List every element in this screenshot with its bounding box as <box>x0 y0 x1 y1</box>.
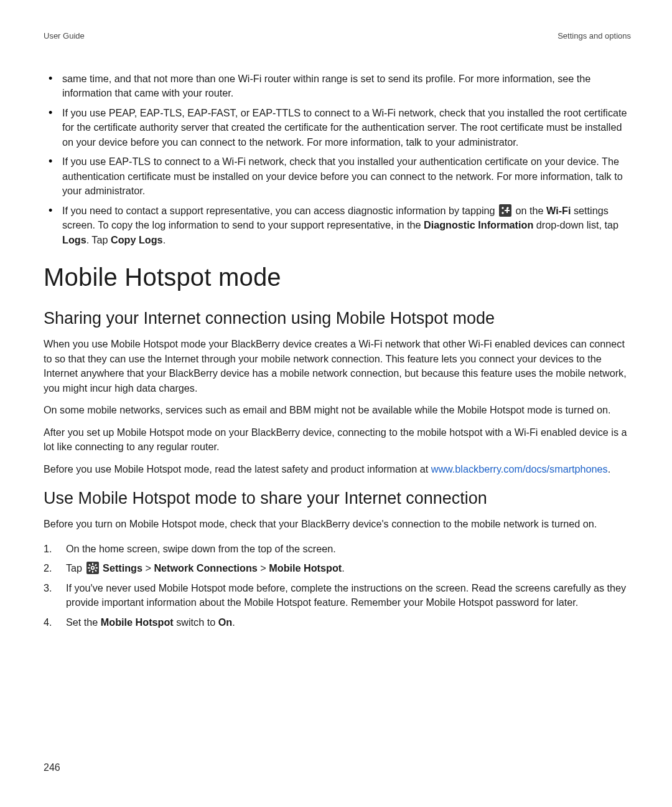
step-item: Set the Mobile Hotspot switch to On. <box>44 615 631 630</box>
link-after-text: . <box>608 463 611 474</box>
settings-gear-icon <box>86 562 99 574</box>
body-paragraph: On some mobile networks, services such a… <box>44 403 631 417</box>
body-paragraph: After you set up Mobile Hotspot mode on … <box>44 425 631 455</box>
step-item: Tap Settings > Network Connections > Mob… <box>44 561 631 575</box>
subsection-heading: Use Mobile Hotspot mode to share your In… <box>44 489 631 508</box>
docs-link[interactable]: www.blackberry.com/docs/smartphones <box>431 463 608 474</box>
body-paragraph: When you use Mobile Hotspot mode your Bl… <box>44 337 631 395</box>
header-right: Settings and options <box>558 31 631 40</box>
overflow-menu-icon <box>499 204 511 217</box>
page-number: 246 <box>44 762 60 773</box>
steps-list: On the home screen, swipe down from the … <box>44 542 631 630</box>
svg-point-1 <box>502 207 503 209</box>
svg-rect-9 <box>92 571 93 573</box>
svg-rect-10 <box>88 567 90 569</box>
svg-rect-8 <box>92 563 93 565</box>
subsection-heading: Sharing your Internet connection using M… <box>44 309 631 328</box>
bullet-item: If you need to contact a support represe… <box>44 204 631 247</box>
svg-point-2 <box>502 212 503 214</box>
body-paragraph-with-link: Before you use Mobile Hotspot mode, read… <box>44 462 631 476</box>
svg-point-16 <box>91 567 93 569</box>
bullet-item: same time, and that not more than one Wi… <box>44 72 631 101</box>
svg-rect-11 <box>95 567 97 569</box>
header-left: User Guide <box>44 31 85 40</box>
section-title: Mobile Hotspot mode <box>44 263 631 291</box>
step-item: If you've never used Mobile Hotspot mode… <box>44 581 631 610</box>
page-header: User Guide Settings and options <box>44 31 631 40</box>
troubleshooting-bullets: same time, and that not more than one Wi… <box>44 72 631 247</box>
svg-rect-5 <box>506 208 508 213</box>
link-before-text: Before you use Mobile Hotspot mode, read… <box>44 463 431 474</box>
bullet-item: If you use EAP-TLS to connect to a Wi-Fi… <box>44 154 631 198</box>
body-paragraph: Before you turn on Mobile Hotspot mode, … <box>44 517 631 531</box>
document-page: User Guide Settings and options same tim… <box>0 0 672 807</box>
step-item: On the home screen, swipe down from the … <box>44 542 631 556</box>
bullet-item: If you use PEAP, EAP-TLS, EAP-FAST, or E… <box>44 106 631 149</box>
